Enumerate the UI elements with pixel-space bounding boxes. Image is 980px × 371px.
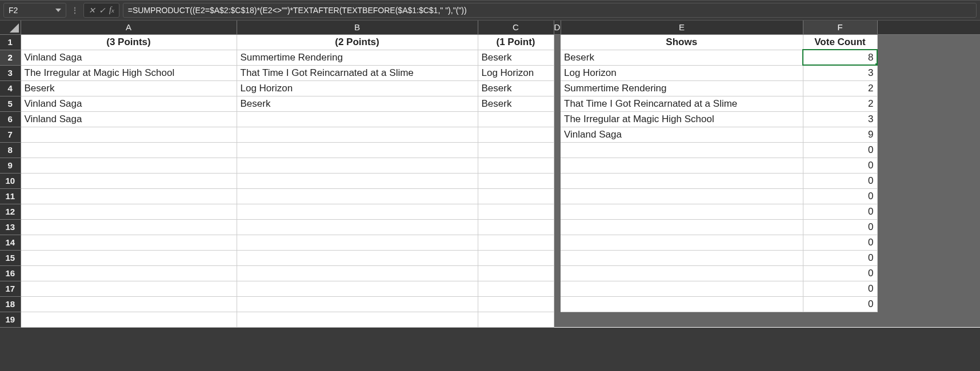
cell[interactable] [554, 281, 561, 296]
cell[interactable] [478, 142, 554, 158]
row-header-15[interactable]: 15 [0, 250, 21, 265]
cell[interactable] [478, 204, 554, 219]
cell[interactable] [561, 188, 803, 204]
cell[interactable] [21, 250, 237, 265]
cell[interactable]: 3 [803, 65, 877, 80]
cell[interactable]: 0 [803, 235, 877, 250]
cell[interactable] [561, 235, 803, 250]
cell[interactable]: Beserk [478, 50, 554, 65]
cell[interactable]: 0 [803, 281, 877, 296]
cell[interactable]: 0 [803, 204, 877, 219]
cell[interactable]: That Time I Got Reincarnated at a Slime [237, 65, 478, 80]
row-header-5[interactable]: 5 [0, 96, 21, 111]
cell[interactable] [21, 204, 237, 219]
row-header-8[interactable]: 8 [0, 142, 21, 158]
cell[interactable]: Vinland Saga [561, 127, 803, 142]
cell[interactable] [478, 312, 554, 327]
fx-icon[interactable]: fx [109, 6, 114, 15]
cell[interactable] [237, 312, 478, 327]
cell[interactable] [237, 250, 478, 265]
cell[interactable] [21, 235, 237, 250]
cell[interactable] [237, 188, 478, 204]
cell[interactable]: (3 Points) [21, 34, 237, 50]
spreadsheet-grid[interactable]: ABCDEF1(3 Points)(2 Points)(1 Point)Show… [0, 21, 980, 328]
cell[interactable] [21, 296, 237, 312]
cell[interactable] [561, 173, 803, 188]
cell[interactable] [803, 312, 877, 327]
cell[interactable] [21, 127, 237, 142]
cell[interactable] [561, 219, 803, 235]
row-header-3[interactable]: 3 [0, 65, 21, 80]
cell[interactable]: 0 [803, 250, 877, 265]
name-box[interactable]: F2 [3, 3, 66, 18]
cell[interactable] [554, 188, 561, 204]
cell[interactable]: 0 [803, 142, 877, 158]
row-header-14[interactable]: 14 [0, 235, 21, 250]
column-header-blank[interactable] [877, 21, 980, 34]
cell[interactable]: 0 [803, 219, 877, 235]
column-header-F[interactable]: F [803, 21, 877, 34]
cell[interactable] [561, 250, 803, 265]
cell[interactable]: Beserk [478, 80, 554, 96]
cell[interactable]: Beserk [561, 50, 803, 65]
cell[interactable] [554, 312, 561, 327]
cell[interactable] [554, 80, 561, 96]
cell[interactable] [554, 265, 561, 281]
select-all-corner[interactable] [0, 21, 21, 34]
cell[interactable]: Vinland Saga [21, 96, 237, 111]
row-header-9[interactable]: 9 [0, 158, 21, 173]
cell[interactable] [21, 281, 237, 296]
cell[interactable] [237, 235, 478, 250]
cell[interactable] [21, 265, 237, 281]
cell[interactable] [237, 265, 478, 281]
cancel-icon[interactable]: ✕ [89, 6, 95, 15]
column-header-A[interactable]: A [21, 21, 237, 34]
column-header-C[interactable]: C [478, 21, 554, 34]
row-header-10[interactable]: 10 [0, 173, 21, 188]
cell[interactable] [478, 250, 554, 265]
cell[interactable] [21, 312, 237, 327]
cell[interactable]: 0 [803, 158, 877, 173]
cell[interactable]: Shows [561, 34, 803, 50]
cell[interactable] [237, 173, 478, 188]
cell[interactable] [237, 127, 478, 142]
cell[interactable] [21, 173, 237, 188]
cell[interactable] [554, 296, 561, 312]
row-header-12[interactable]: 12 [0, 204, 21, 219]
cell[interactable]: Vote Count [803, 34, 877, 50]
cell[interactable]: That Time I Got Reincarnated at a Slime [561, 96, 803, 111]
cell[interactable] [561, 296, 803, 312]
row-header-1[interactable]: 1 [0, 34, 21, 50]
cell[interactable]: Log Horizon [478, 65, 554, 80]
cell[interactable] [237, 219, 478, 235]
cell[interactable] [554, 96, 561, 111]
cell[interactable]: 2 [803, 80, 877, 96]
cell[interactable] [554, 127, 561, 142]
cell[interactable]: 2 [803, 96, 877, 111]
row-header-13[interactable]: 13 [0, 219, 21, 235]
cell[interactable] [554, 235, 561, 250]
cell[interactable] [478, 296, 554, 312]
cell[interactable]: Vinland Saga [21, 50, 237, 65]
cell[interactable]: 8 [803, 50, 877, 65]
cell[interactable] [237, 204, 478, 219]
row-header-6[interactable]: 6 [0, 111, 21, 127]
cell[interactable]: 3 [803, 111, 877, 127]
cell[interactable] [554, 158, 561, 173]
cell[interactable] [21, 188, 237, 204]
cell[interactable] [237, 142, 478, 158]
cell[interactable]: 9 [803, 127, 877, 142]
cell[interactable] [478, 111, 554, 127]
cell[interactable] [21, 142, 237, 158]
cell[interactable] [554, 34, 561, 50]
cell[interactable]: Beserk [21, 80, 237, 96]
cell[interactable] [237, 296, 478, 312]
cell[interactable] [237, 281, 478, 296]
cell[interactable] [554, 173, 561, 188]
cell[interactable]: Beserk [478, 96, 554, 111]
cell[interactable] [561, 204, 803, 219]
row-header-17[interactable]: 17 [0, 281, 21, 296]
cell[interactable] [561, 142, 803, 158]
cell[interactable] [21, 219, 237, 235]
cell[interactable]: Beserk [237, 96, 478, 111]
